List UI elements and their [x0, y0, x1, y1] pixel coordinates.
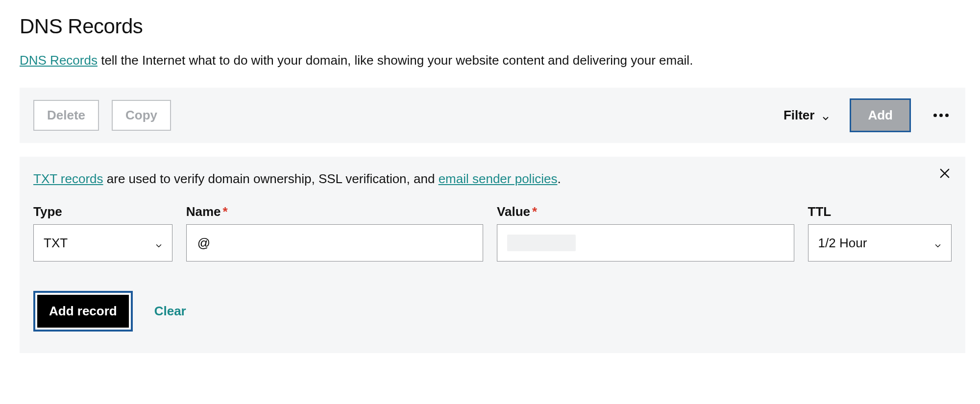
toolbar: Delete Copy Filter Add [20, 88, 965, 143]
chevron-down-icon [933, 238, 942, 247]
required-star: * [532, 204, 537, 219]
dns-records-link[interactable]: DNS Records [20, 53, 98, 68]
intro-text: DNS Records tell the Internet what to do… [20, 53, 965, 68]
actions-row: Add record Clear [33, 291, 952, 332]
clear-button[interactable]: Clear [152, 299, 188, 324]
panel-desc-end: . [557, 171, 561, 186]
name-input-wrapper [186, 224, 483, 261]
field-ttl: TTL 1/2 Hour [808, 204, 952, 261]
more-icon[interactable] [931, 111, 952, 120]
field-value: Value* [497, 204, 794, 261]
filter-dropdown[interactable]: Filter [784, 108, 831, 123]
name-label: Name* [186, 204, 483, 219]
chevron-down-icon [154, 238, 163, 247]
chevron-down-icon [821, 111, 830, 120]
filter-label: Filter [784, 108, 815, 123]
close-icon[interactable] [938, 166, 952, 180]
value-label-text: Value [497, 204, 530, 219]
ttl-select-value: 1/2 Hour [818, 236, 867, 251]
ttl-label: TTL [808, 204, 952, 219]
name-input[interactable] [196, 225, 473, 261]
toolbar-right: Filter Add [784, 98, 952, 132]
type-select[interactable]: TXT [33, 224, 172, 261]
page-title: DNS Records [20, 15, 965, 38]
value-input[interactable] [507, 235, 576, 251]
ttl-select[interactable]: 1/2 Hour [808, 224, 952, 261]
panel-description: TXT records are used to verify domain ow… [33, 171, 952, 187]
type-label: Type [33, 204, 172, 219]
toolbar-left: Delete Copy [33, 100, 171, 131]
delete-button[interactable]: Delete [33, 100, 99, 131]
required-star: * [222, 204, 227, 219]
form-row: Type TXT Name* Value* [33, 204, 952, 261]
txt-records-link[interactable]: TXT records [33, 171, 103, 186]
copy-button[interactable]: Copy [112, 100, 171, 131]
type-select-value: TXT [44, 236, 68, 251]
add-record-panel: TXT records are used to verify domain ow… [20, 157, 965, 353]
intro-rest: tell the Internet what to do with your d… [98, 53, 693, 68]
field-name: Name* [186, 204, 483, 261]
value-input-wrapper [497, 224, 794, 261]
add-record-button[interactable]: Add record [33, 291, 133, 332]
value-label: Value* [497, 204, 794, 219]
name-label-text: Name [186, 204, 221, 219]
field-type: Type TXT [33, 204, 172, 261]
add-button[interactable]: Add [850, 98, 911, 132]
panel-desc-mid: are used to verify domain ownership, SSL… [103, 171, 439, 186]
email-sender-policies-link[interactable]: email sender policies [439, 171, 558, 186]
